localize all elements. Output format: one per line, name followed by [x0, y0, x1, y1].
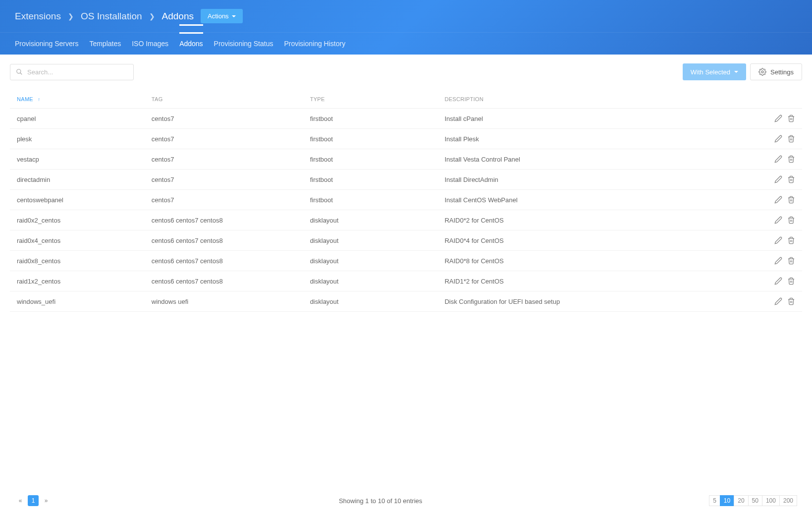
table-row: raid1x2_centoscentos6 centos7 centos8dis…: [10, 271, 802, 291]
cell-type: disklayout: [303, 271, 438, 291]
column-description[interactable]: Description: [437, 90, 762, 109]
cell-name: raid0x8_centos: [10, 251, 145, 271]
table-row: cpanelcentos7firstbootInstall cPanel: [10, 109, 802, 129]
cell-tag: centos6 centos7 centos8: [145, 271, 303, 291]
breadcrumb-extensions[interactable]: Extensions: [15, 11, 61, 22]
settings-button[interactable]: Settings: [750, 63, 802, 80]
svg-point-2: [761, 71, 763, 73]
cell-name: windows_uefi: [10, 291, 145, 312]
table-row: pleskcentos7firstbootInstall Plesk: [10, 129, 802, 149]
trash-icon[interactable]: [787, 216, 795, 224]
with-selected-label: With Selected: [691, 68, 730, 76]
edit-icon[interactable]: [774, 236, 782, 244]
cell-description: RAID0*2 for CentOS: [437, 210, 762, 230]
actions-button-label: Actions: [208, 12, 229, 20]
edit-icon[interactable]: [774, 135, 782, 143]
column-name[interactable]: Name ↑: [10, 90, 145, 109]
cell-tag: centos7: [145, 149, 303, 170]
cell-description: RAID1*2 for CentOS: [437, 271, 762, 291]
cell-tag: centos7: [145, 109, 303, 129]
cell-type: disklayout: [303, 251, 438, 271]
trash-icon[interactable]: [787, 115, 795, 122]
table-row: windows_uefiwindows uefidisklayoutDisk C…: [10, 291, 802, 312]
cell-tag: centos7: [145, 170, 303, 190]
edit-icon[interactable]: [774, 216, 782, 224]
with-selected-button[interactable]: With Selected: [683, 63, 746, 80]
cell-description: Install Vesta Control Panel: [437, 149, 762, 170]
cell-tag: centos6 centos7 centos8: [145, 251, 303, 271]
cell-type: firstboot: [303, 149, 438, 170]
cell-name: raid0x4_centos: [10, 230, 145, 251]
tab-provisioning-servers[interactable]: Provisioning Servers: [15, 33, 78, 55]
cell-type: disklayout: [303, 230, 438, 251]
cell-name: plesk: [10, 129, 145, 149]
trash-icon[interactable]: [787, 236, 795, 244]
column-type[interactable]: Type: [303, 90, 438, 109]
table-row: raid0x8_centoscentos6 centos7 centos8dis…: [10, 251, 802, 271]
tab-iso-images[interactable]: ISO Images: [132, 33, 168, 55]
cell-name: raid1x2_centos: [10, 271, 145, 291]
gear-icon: [758, 68, 766, 76]
cell-description: Disk Configuration for UEFI based setup: [437, 291, 762, 312]
edit-icon[interactable]: [774, 196, 782, 204]
cell-tag: centos6 centos7 centos8: [145, 210, 303, 230]
trash-icon[interactable]: [787, 257, 795, 265]
trash-icon[interactable]: [787, 175, 795, 183]
cell-name: centoswebpanel: [10, 190, 145, 210]
tab-addons[interactable]: Addons: [179, 33, 203, 55]
table-row: raid0x4_centoscentos6 centos7 centos8dis…: [10, 230, 802, 251]
trash-icon[interactable]: [787, 155, 795, 163]
tabs: Provisioning Servers Templates ISO Image…: [0, 32, 812, 55]
svg-line-1: [20, 73, 22, 75]
actions-button[interactable]: Actions: [201, 9, 243, 23]
trash-icon[interactable]: [787, 297, 795, 305]
cell-tag: centos7: [145, 190, 303, 210]
search-wrap: [10, 64, 134, 80]
cell-description: Install cPanel: [437, 109, 762, 129]
tab-templates[interactable]: Templates: [89, 33, 121, 55]
cell-type: firstboot: [303, 109, 438, 129]
breadcrumb-addons[interactable]: Addons: [162, 11, 194, 22]
tab-provisioning-history[interactable]: Provisioning History: [284, 33, 345, 55]
edit-icon[interactable]: [774, 297, 782, 305]
cell-name: cpanel: [10, 109, 145, 129]
cell-name: vestacp: [10, 149, 145, 170]
column-name-label: Name: [17, 96, 33, 102]
chevron-down-icon: [232, 15, 236, 17]
edit-icon[interactable]: [774, 175, 782, 183]
edit-icon[interactable]: [774, 257, 782, 265]
sort-asc-icon: ↑: [38, 97, 40, 102]
column-tag[interactable]: Tag: [145, 90, 303, 109]
addons-table: Name ↑ Tag Type Description cpanelcentos…: [10, 90, 802, 312]
search-icon: [16, 68, 23, 75]
cell-tag: centos7: [145, 129, 303, 149]
breadcrumb-os-installation[interactable]: OS Installation: [81, 11, 142, 22]
chevron-right-icon: ❯: [68, 12, 74, 20]
table-row: raid0x2_centoscentos6 centos7 centos8dis…: [10, 210, 802, 230]
trash-icon[interactable]: [787, 277, 795, 285]
edit-icon[interactable]: [774, 155, 782, 163]
cell-type: disklayout: [303, 291, 438, 312]
breadcrumb: Extensions ❯ OS Installation ❯ Addons Ac…: [0, 0, 812, 32]
cell-name: raid0x2_centos: [10, 210, 145, 230]
table-row: directadmincentos7firstbootInstall Direc…: [10, 170, 802, 190]
chevron-right-icon: ❯: [149, 12, 155, 20]
chevron-down-icon: [734, 71, 738, 73]
header: Extensions ❯ OS Installation ❯ Addons Ac…: [0, 0, 812, 55]
settings-label: Settings: [770, 68, 794, 76]
trash-icon[interactable]: [787, 135, 795, 143]
tab-provisioning-status[interactable]: Provisioning Status: [214, 33, 273, 55]
cell-description: Install DirectAdmin: [437, 170, 762, 190]
cell-type: firstboot: [303, 170, 438, 190]
svg-point-0: [17, 69, 21, 73]
table-row: centoswebpanelcentos7firstbootInstall Ce…: [10, 190, 802, 210]
edit-icon[interactable]: [774, 115, 782, 122]
toolbar: With Selected Settings: [0, 55, 812, 85]
table-row: vestacpcentos7firstbootInstall Vesta Con…: [10, 149, 802, 170]
cell-tag: centos6 centos7 centos8: [145, 230, 303, 251]
trash-icon[interactable]: [787, 196, 795, 204]
cell-description: RAID0*8 for CentOS: [437, 251, 762, 271]
edit-icon[interactable]: [774, 277, 782, 285]
search-input[interactable]: [10, 64, 134, 80]
cell-tag: windows uefi: [145, 291, 303, 312]
